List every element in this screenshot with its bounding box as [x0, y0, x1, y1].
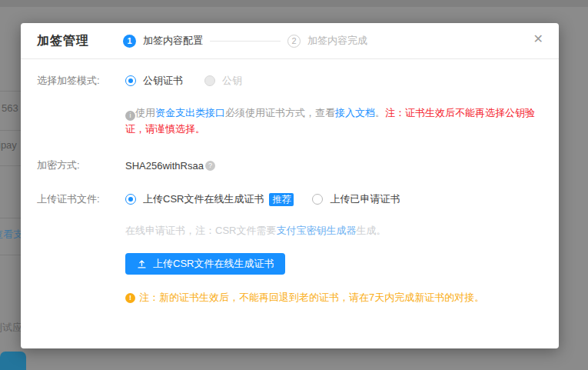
sign-mode-row: 选择加签模式: 公钥证书 公钥	[37, 74, 559, 88]
radio-upload-existing[interactable]	[312, 194, 323, 205]
integration-doc-link[interactable]: 接入文档	[335, 107, 375, 118]
modal-header: 加签管理 1 加签内容配置 2 加签内容完成 ✕	[21, 23, 559, 59]
sign-mode-options: 公钥证书 公钥	[125, 74, 242, 88]
encrypt-method-row: 加密方式: SHA256withRsaa ?	[37, 158, 559, 172]
warning-icon: !	[125, 293, 135, 303]
notice-text: 。	[375, 107, 385, 118]
step-1-label: 加签内容配置	[143, 34, 203, 48]
upload-cert-row: 上传证书文件: 上传CSR文件在线生成证书 推荐 上传已申请证书	[37, 192, 559, 206]
step-indicator: 1 加签内容配置 2 加签内容完成	[123, 34, 367, 48]
table-divider	[0, 255, 21, 255]
csr-hint: 在线申请证书，注：CSR文件需要支付宝密钥生成器生成。	[125, 224, 559, 238]
radio-public-key-label: 公钥	[222, 74, 242, 88]
page-topbar	[0, 0, 588, 7]
table-divider	[0, 91, 21, 92]
sign-mode-label: 选择加签模式:	[37, 74, 125, 88]
upload-icon	[137, 259, 147, 269]
key-generator-link[interactable]: 支付宝密钥生成器	[276, 225, 356, 236]
radio-upload-csr[interactable]	[125, 194, 136, 205]
csr-hint-text: 在线申请证书，注：CSR文件需要	[125, 225, 276, 236]
step-1-circle: 1	[123, 35, 136, 48]
csr-hint-text: 生成。	[356, 225, 386, 236]
radio-public-key-cert-label[interactable]: 公钥证书	[143, 74, 183, 88]
background-text-fragment: 563	[2, 102, 18, 114]
table-divider	[0, 130, 21, 131]
step-2-label: 加签内容完成	[307, 34, 367, 48]
radio-upload-existing-label[interactable]: 上传已申请证书	[330, 192, 400, 206]
table-divider	[0, 165, 21, 166]
app-logo-icon	[0, 352, 26, 370]
screen: 563 ipay 查看支 测试应 加签管理 1 加签内容配置 2 加签内容完成 …	[0, 0, 588, 370]
upload-csr-button[interactable]: 上传CSR文件在线生成证书	[125, 253, 285, 275]
radio-upload-csr-label[interactable]: 上传CSR文件在线生成证书	[143, 192, 264, 206]
step-2-circle: 2	[287, 35, 301, 48]
recommended-badge: 推荐	[269, 193, 294, 206]
upload-cert-options: 上传CSR文件在线生成证书 推荐 上传已申请证书	[125, 192, 400, 206]
table-divider	[0, 218, 21, 218]
background-text-fragment: ipay	[0, 139, 17, 151]
modal-title: 加签管理	[37, 33, 89, 49]
upload-cert-label: 上传证书文件:	[37, 192, 125, 206]
new-cert-note: ! 注：新的证书生效后，不能再回退到老的证书，请在7天内完成新证书的对接。	[125, 291, 559, 305]
cert-mode-notice: i使用资金支出类接口必须使用证书方式，查看接入文档。注：证书生效后不能再选择公钥…	[125, 105, 553, 137]
upload-button-row: 上传CSR文件在线生成证书	[125, 253, 559, 275]
upload-csr-button-label: 上传CSR文件在线生成证书	[153, 257, 274, 271]
notice-text: 使用	[135, 107, 155, 118]
help-icon[interactable]: ?	[205, 161, 215, 171]
encrypt-method-value: SHA256withRsaa	[125, 160, 204, 172]
close-icon[interactable]: ✕	[533, 33, 543, 45]
radio-public-key-cert[interactable]	[125, 75, 136, 86]
radio-public-key	[204, 75, 215, 86]
background-link-fragment: 查看支	[0, 228, 23, 242]
encrypt-method-label: 加密方式:	[37, 158, 125, 172]
notice-text: 必须使用证书方式，查看	[225, 107, 335, 118]
info-icon: i	[125, 111, 135, 121]
funds-api-link[interactable]: 资金支出类接口	[155, 107, 225, 118]
new-cert-note-text: 注：新的证书生效后，不能再回退到老的证书，请在7天内完成新证书的对接。	[139, 291, 484, 305]
background-text-fragment: 测试应	[0, 321, 22, 335]
step-connector-line	[210, 41, 281, 42]
modal-body: 选择加签模式: 公钥证书 公钥 i使用资金支出类接口必须使用证书方式，查看接入文…	[21, 74, 559, 305]
signature-management-modal: 加签管理 1 加签内容配置 2 加签内容完成 ✕ 选择加签模式: 公钥证书 公钥	[21, 23, 559, 348]
